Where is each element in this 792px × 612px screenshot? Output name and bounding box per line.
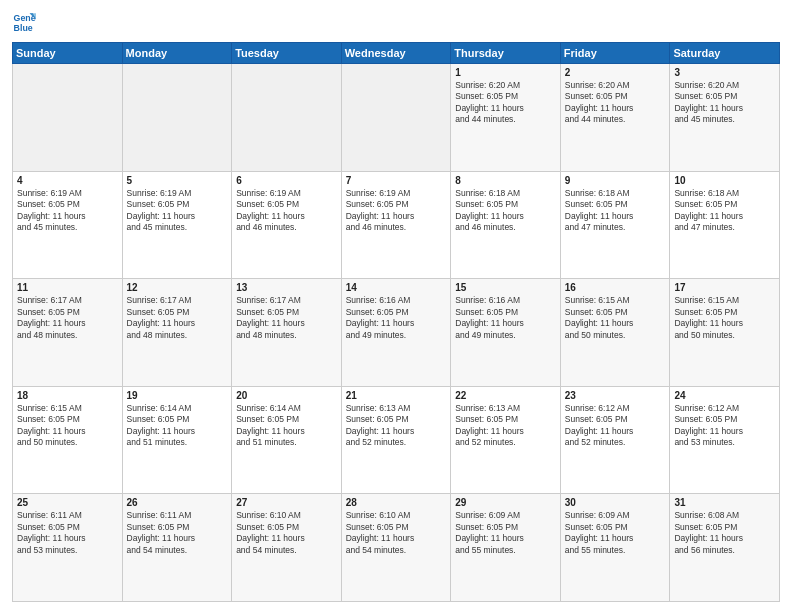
day-info: Sunrise: 6:11 AM Sunset: 6:05 PM Dayligh… <box>17 510 118 556</box>
day-info: Sunrise: 6:20 AM Sunset: 6:05 PM Dayligh… <box>674 80 775 126</box>
calendar-cell: 9Sunrise: 6:18 AM Sunset: 6:05 PM Daylig… <box>560 171 670 279</box>
calendar-week-5: 25Sunrise: 6:11 AM Sunset: 6:05 PM Dayli… <box>13 494 780 602</box>
day-info: Sunrise: 6:09 AM Sunset: 6:05 PM Dayligh… <box>565 510 666 556</box>
day-number: 7 <box>346 175 447 186</box>
calendar-cell <box>122 64 232 172</box>
day-info: Sunrise: 6:14 AM Sunset: 6:05 PM Dayligh… <box>236 403 337 449</box>
day-number: 16 <box>565 282 666 293</box>
calendar-cell: 20Sunrise: 6:14 AM Sunset: 6:05 PM Dayli… <box>232 386 342 494</box>
day-number: 26 <box>127 497 228 508</box>
calendar-cell: 4Sunrise: 6:19 AM Sunset: 6:05 PM Daylig… <box>13 171 123 279</box>
day-info: Sunrise: 6:20 AM Sunset: 6:05 PM Dayligh… <box>455 80 556 126</box>
calendar-cell <box>13 64 123 172</box>
day-number: 9 <box>565 175 666 186</box>
day-number: 11 <box>17 282 118 293</box>
calendar-cell: 29Sunrise: 6:09 AM Sunset: 6:05 PM Dayli… <box>451 494 561 602</box>
day-number: 17 <box>674 282 775 293</box>
day-number: 22 <box>455 390 556 401</box>
day-number: 14 <box>346 282 447 293</box>
calendar-cell: 19Sunrise: 6:14 AM Sunset: 6:05 PM Dayli… <box>122 386 232 494</box>
svg-text:Blue: Blue <box>14 23 33 33</box>
day-number: 25 <box>17 497 118 508</box>
day-number: 24 <box>674 390 775 401</box>
calendar-cell: 17Sunrise: 6:15 AM Sunset: 6:05 PM Dayli… <box>670 279 780 387</box>
calendar-cell: 7Sunrise: 6:19 AM Sunset: 6:05 PM Daylig… <box>341 171 451 279</box>
calendar-cell: 27Sunrise: 6:10 AM Sunset: 6:05 PM Dayli… <box>232 494 342 602</box>
calendar-cell: 21Sunrise: 6:13 AM Sunset: 6:05 PM Dayli… <box>341 386 451 494</box>
day-info: Sunrise: 6:09 AM Sunset: 6:05 PM Dayligh… <box>455 510 556 556</box>
calendar-cell <box>341 64 451 172</box>
calendar-cell: 23Sunrise: 6:12 AM Sunset: 6:05 PM Dayli… <box>560 386 670 494</box>
day-info: Sunrise: 6:16 AM Sunset: 6:05 PM Dayligh… <box>455 295 556 341</box>
day-number: 5 <box>127 175 228 186</box>
day-info: Sunrise: 6:17 AM Sunset: 6:05 PM Dayligh… <box>127 295 228 341</box>
weekday-header-saturday: Saturday <box>670 43 780 64</box>
calendar-cell: 2Sunrise: 6:20 AM Sunset: 6:05 PM Daylig… <box>560 64 670 172</box>
day-number: 15 <box>455 282 556 293</box>
day-number: 31 <box>674 497 775 508</box>
day-info: Sunrise: 6:13 AM Sunset: 6:05 PM Dayligh… <box>346 403 447 449</box>
calendar-cell: 24Sunrise: 6:12 AM Sunset: 6:05 PM Dayli… <box>670 386 780 494</box>
day-info: Sunrise: 6:19 AM Sunset: 6:05 PM Dayligh… <box>346 188 447 234</box>
calendar-cell: 28Sunrise: 6:10 AM Sunset: 6:05 PM Dayli… <box>341 494 451 602</box>
day-info: Sunrise: 6:19 AM Sunset: 6:05 PM Dayligh… <box>236 188 337 234</box>
calendar-cell <box>232 64 342 172</box>
day-info: Sunrise: 6:10 AM Sunset: 6:05 PM Dayligh… <box>236 510 337 556</box>
day-number: 23 <box>565 390 666 401</box>
calendar-cell: 26Sunrise: 6:11 AM Sunset: 6:05 PM Dayli… <box>122 494 232 602</box>
day-info: Sunrise: 6:18 AM Sunset: 6:05 PM Dayligh… <box>674 188 775 234</box>
calendar-body: 1Sunrise: 6:20 AM Sunset: 6:05 PM Daylig… <box>13 64 780 602</box>
day-info: Sunrise: 6:16 AM Sunset: 6:05 PM Dayligh… <box>346 295 447 341</box>
calendar-week-3: 11Sunrise: 6:17 AM Sunset: 6:05 PM Dayli… <box>13 279 780 387</box>
day-number: 20 <box>236 390 337 401</box>
day-info: Sunrise: 6:19 AM Sunset: 6:05 PM Dayligh… <box>17 188 118 234</box>
day-number: 8 <box>455 175 556 186</box>
day-info: Sunrise: 6:14 AM Sunset: 6:05 PM Dayligh… <box>127 403 228 449</box>
day-number: 19 <box>127 390 228 401</box>
weekday-header-friday: Friday <box>560 43 670 64</box>
weekday-header-wednesday: Wednesday <box>341 43 451 64</box>
day-number: 18 <box>17 390 118 401</box>
day-info: Sunrise: 6:20 AM Sunset: 6:05 PM Dayligh… <box>565 80 666 126</box>
page: General Blue SundayMondayTuesdayWednesda… <box>0 0 792 612</box>
calendar-cell: 15Sunrise: 6:16 AM Sunset: 6:05 PM Dayli… <box>451 279 561 387</box>
calendar-cell: 14Sunrise: 6:16 AM Sunset: 6:05 PM Dayli… <box>341 279 451 387</box>
day-info: Sunrise: 6:11 AM Sunset: 6:05 PM Dayligh… <box>127 510 228 556</box>
weekday-header-thursday: Thursday <box>451 43 561 64</box>
day-number: 29 <box>455 497 556 508</box>
calendar-cell: 1Sunrise: 6:20 AM Sunset: 6:05 PM Daylig… <box>451 64 561 172</box>
calendar-cell: 25Sunrise: 6:11 AM Sunset: 6:05 PM Dayli… <box>13 494 123 602</box>
calendar-cell: 30Sunrise: 6:09 AM Sunset: 6:05 PM Dayli… <box>560 494 670 602</box>
day-info: Sunrise: 6:15 AM Sunset: 6:05 PM Dayligh… <box>674 295 775 341</box>
day-info: Sunrise: 6:12 AM Sunset: 6:05 PM Dayligh… <box>565 403 666 449</box>
calendar-cell: 10Sunrise: 6:18 AM Sunset: 6:05 PM Dayli… <box>670 171 780 279</box>
day-number: 28 <box>346 497 447 508</box>
calendar-week-2: 4Sunrise: 6:19 AM Sunset: 6:05 PM Daylig… <box>13 171 780 279</box>
day-info: Sunrise: 6:17 AM Sunset: 6:05 PM Dayligh… <box>236 295 337 341</box>
day-number: 2 <box>565 67 666 78</box>
day-number: 30 <box>565 497 666 508</box>
calendar-table: SundayMondayTuesdayWednesdayThursdayFrid… <box>12 42 780 602</box>
weekday-header-sunday: Sunday <box>13 43 123 64</box>
calendar-cell: 16Sunrise: 6:15 AM Sunset: 6:05 PM Dayli… <box>560 279 670 387</box>
logo-icon: General Blue <box>12 10 36 34</box>
day-info: Sunrise: 6:15 AM Sunset: 6:05 PM Dayligh… <box>17 403 118 449</box>
calendar-cell: 8Sunrise: 6:18 AM Sunset: 6:05 PM Daylig… <box>451 171 561 279</box>
calendar-cell: 12Sunrise: 6:17 AM Sunset: 6:05 PM Dayli… <box>122 279 232 387</box>
calendar-header: SundayMondayTuesdayWednesdayThursdayFrid… <box>13 43 780 64</box>
calendar-week-4: 18Sunrise: 6:15 AM Sunset: 6:05 PM Dayli… <box>13 386 780 494</box>
calendar-cell: 22Sunrise: 6:13 AM Sunset: 6:05 PM Dayli… <box>451 386 561 494</box>
day-info: Sunrise: 6:18 AM Sunset: 6:05 PM Dayligh… <box>565 188 666 234</box>
weekday-header-monday: Monday <box>122 43 232 64</box>
day-info: Sunrise: 6:15 AM Sunset: 6:05 PM Dayligh… <box>565 295 666 341</box>
day-number: 21 <box>346 390 447 401</box>
day-number: 3 <box>674 67 775 78</box>
day-info: Sunrise: 6:17 AM Sunset: 6:05 PM Dayligh… <box>17 295 118 341</box>
header: General Blue <box>12 10 780 34</box>
day-number: 13 <box>236 282 337 293</box>
calendar-week-1: 1Sunrise: 6:20 AM Sunset: 6:05 PM Daylig… <box>13 64 780 172</box>
day-number: 27 <box>236 497 337 508</box>
day-info: Sunrise: 6:12 AM Sunset: 6:05 PM Dayligh… <box>674 403 775 449</box>
calendar-cell: 31Sunrise: 6:08 AM Sunset: 6:05 PM Dayli… <box>670 494 780 602</box>
day-info: Sunrise: 6:13 AM Sunset: 6:05 PM Dayligh… <box>455 403 556 449</box>
